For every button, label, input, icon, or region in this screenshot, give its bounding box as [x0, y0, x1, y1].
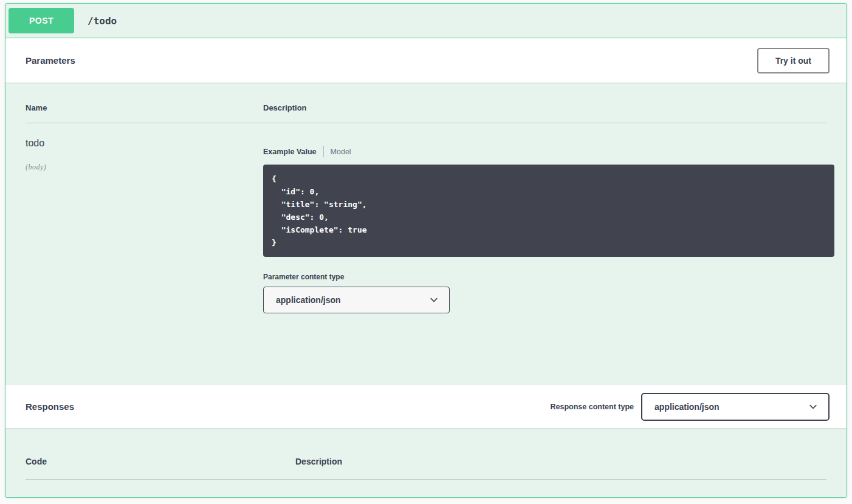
- parameter-description-cell: Example Value Model { "id": 0, "title": …: [263, 138, 834, 313]
- parameters-title: Parameters: [26, 55, 75, 66]
- example-value-code-block: { "id": 0, "title": "string", "desc": 0,…: [263, 165, 834, 257]
- tab-divider: [323, 146, 324, 157]
- tab-model[interactable]: Model: [331, 148, 351, 156]
- response-content-type-value: application/json: [654, 402, 720, 412]
- response-content-type-label: Response content type: [550, 403, 634, 411]
- parameter-content-type-value: application/json: [276, 295, 341, 305]
- response-content-type-select[interactable]: application/json: [641, 393, 830, 421]
- tab-example-value[interactable]: Example Value: [263, 148, 317, 156]
- responses-controls: Response content type application/json: [550, 393, 830, 421]
- responses-table-header: Code Description: [26, 428, 826, 480]
- responses-title: Responses: [26, 401, 74, 412]
- parameter-location: (body): [26, 163, 263, 172]
- operation-block-post-todo: POST /todo Parameters Try it out Name De…: [5, 3, 847, 498]
- http-method-badge: POST: [9, 8, 74, 33]
- chevron-down-icon: [808, 402, 818, 412]
- responses-body: Code Description: [5, 428, 847, 480]
- responses-description-column-header: Description: [295, 457, 826, 466]
- parameter-content-type-label: Parameter content type: [263, 273, 834, 281]
- responses-section-header: Responses Response content type applicat…: [5, 385, 847, 428]
- example-json-text: { "id": 0, "title": "string", "desc": 0,…: [272, 172, 826, 249]
- operation-summary[interactable]: POST /todo: [5, 4, 847, 38]
- parameter-row-todo: todo (body) Example Value Model { "id": …: [26, 123, 826, 313]
- parameter-name: todo: [26, 138, 263, 149]
- chevron-down-icon: [429, 295, 439, 305]
- parameters-table-header: Name Description: [26, 83, 826, 123]
- parameter-content-type-select[interactable]: application/json: [263, 287, 450, 313]
- parameters-section-header: Parameters Try it out: [5, 38, 847, 83]
- parameter-name-cell: todo (body): [26, 138, 263, 313]
- name-column-header: Name: [26, 103, 263, 112]
- operation-path: /todo: [88, 15, 117, 27]
- try-it-out-button[interactable]: Try it out: [757, 48, 830, 73]
- description-column-header: Description: [263, 103, 826, 112]
- code-column-header: Code: [26, 457, 295, 466]
- parameters-body: Name Description todo (body) Example Val…: [5, 83, 847, 385]
- model-example-tabs: Example Value Model: [263, 146, 834, 157]
